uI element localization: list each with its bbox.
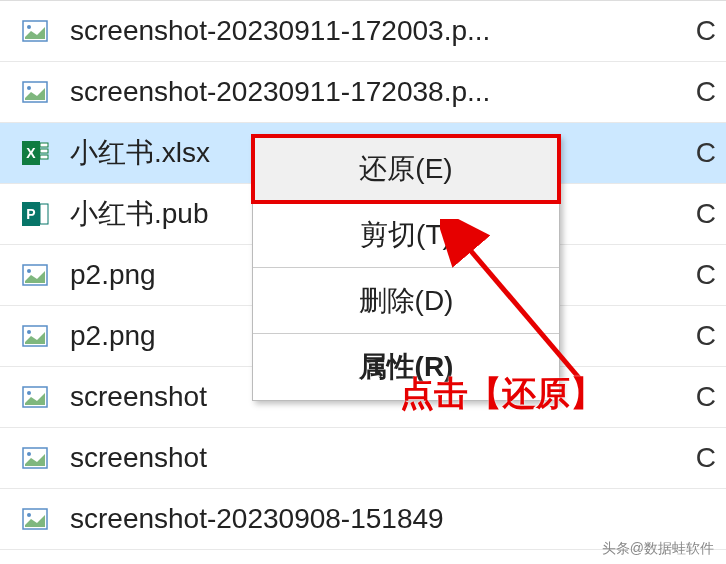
file-row[interactable]: screenshot-20230911-172003.p... C: [0, 1, 726, 62]
menu-item-cut[interactable]: 剪切(T): [253, 202, 559, 268]
svg-point-21: [27, 513, 31, 517]
publisher-file-icon: P: [18, 197, 52, 231]
svg-point-13: [27, 269, 31, 273]
file-name: screenshot: [70, 442, 686, 474]
svg-point-19: [27, 452, 31, 456]
file-attr: C: [686, 259, 726, 291]
file-attr: C: [686, 320, 726, 352]
file-attr: C: [686, 137, 726, 169]
image-file-icon: [18, 319, 52, 353]
file-attr: C: [686, 381, 726, 413]
svg-rect-6: [40, 143, 48, 147]
svg-text:X: X: [26, 145, 36, 161]
file-row[interactable]: screenshot C: [0, 428, 726, 489]
image-file-icon: [18, 258, 52, 292]
file-name: screenshot-20230908-151849: [70, 503, 686, 535]
svg-rect-7: [40, 149, 48, 153]
image-file-icon: [18, 75, 52, 109]
menu-item-restore[interactable]: 还原(E): [253, 136, 559, 202]
menu-item-label: 删除(D): [359, 282, 454, 320]
annotation-text: 点击【还原】: [400, 371, 604, 417]
svg-point-17: [27, 391, 31, 395]
context-menu: 还原(E) 剪切(T) 删除(D) 属性(R): [252, 135, 560, 401]
image-file-icon: [18, 441, 52, 475]
image-file-icon: [18, 14, 52, 48]
watermark: 头条@数据蛙软件: [602, 540, 714, 558]
excel-file-icon: X: [18, 136, 52, 170]
file-name: screenshot-20230911-172038.p...: [70, 76, 686, 108]
image-file-icon: [18, 380, 52, 414]
image-file-icon: [18, 502, 52, 536]
svg-rect-8: [40, 155, 48, 159]
svg-point-3: [27, 86, 31, 90]
svg-text:P: P: [26, 206, 35, 222]
file-row[interactable]: screenshot-20230911-172038.p... C: [0, 62, 726, 123]
svg-point-1: [27, 25, 31, 29]
file-attr: C: [686, 15, 726, 47]
menu-item-label: 还原(E): [359, 150, 452, 188]
svg-point-15: [27, 330, 31, 334]
file-attr: C: [686, 442, 726, 474]
file-attr: C: [686, 198, 726, 230]
svg-rect-11: [40, 204, 48, 224]
menu-item-label: 剪切(T): [360, 216, 452, 254]
file-attr: C: [686, 76, 726, 108]
file-name: screenshot-20230911-172003.p...: [70, 15, 686, 47]
menu-item-delete[interactable]: 删除(D): [253, 268, 559, 334]
